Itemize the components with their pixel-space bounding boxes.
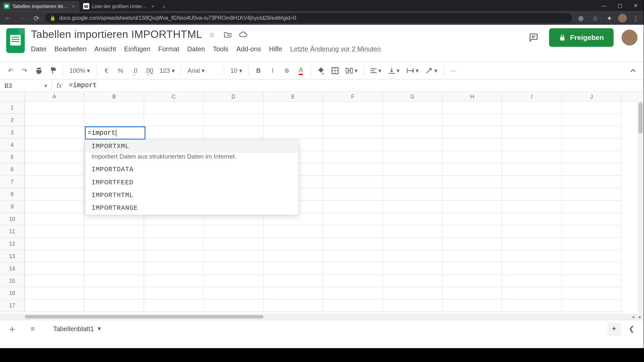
cell[interactable] [204, 250, 264, 262]
cell[interactable] [442, 213, 502, 225]
autocomplete-item[interactable]: IMPORTFEED [85, 176, 298, 189]
cell[interactable] [383, 262, 442, 275]
cell[interactable] [25, 300, 85, 312]
share-button[interactable]: Freigeben [549, 28, 613, 47]
cell[interactable] [502, 238, 562, 250]
bold-button[interactable]: B [252, 64, 265, 77]
cell[interactable] [323, 102, 383, 114]
horizontal-scrollbar[interactable]: ◄► [0, 314, 644, 320]
cell[interactable] [383, 275, 442, 287]
cell[interactable] [264, 287, 323, 300]
cell[interactable] [204, 225, 264, 238]
row-header[interactable]: 15 [0, 275, 25, 287]
cell[interactable] [562, 262, 622, 275]
active-cell-editor[interactable]: =import [85, 126, 146, 140]
sheets-logo-icon[interactable] [6, 28, 24, 53]
cloud-status-icon[interactable] [239, 30, 248, 39]
cell[interactable] [442, 287, 502, 300]
cell[interactable] [442, 126, 502, 139]
cell[interactable] [442, 151, 502, 164]
valign-button[interactable]: ▾ [386, 67, 402, 74]
close-icon[interactable]: × [150, 4, 156, 9]
currency-button[interactable]: € [100, 64, 113, 77]
cell[interactable] [502, 225, 562, 238]
zoom-select[interactable]: 100%▾ [67, 67, 93, 74]
bookmark-icon[interactable]: ☆ [590, 13, 600, 23]
cell[interactable] [562, 250, 622, 262]
cell[interactable] [25, 238, 85, 250]
column-header[interactable]: E [264, 92, 323, 101]
cell[interactable] [144, 275, 204, 287]
cell[interactable] [502, 275, 562, 287]
cell[interactable] [562, 139, 622, 151]
row-header[interactable]: 14 [0, 262, 25, 275]
cell[interactable] [144, 102, 204, 114]
menu-insert[interactable]: Einfügen [124, 45, 150, 52]
cell[interactable] [85, 287, 144, 300]
cell[interactable] [562, 114, 622, 126]
vertical-scrollbar[interactable] [638, 102, 644, 314]
cell[interactable] [323, 188, 383, 200]
cell[interactable] [442, 102, 502, 114]
cell[interactable] [85, 250, 144, 262]
sheet-tab[interactable]: Tabellenblatt1 ▾ [47, 322, 107, 336]
cell[interactable] [25, 188, 85, 200]
cell[interactable] [323, 139, 383, 151]
cell[interactable] [25, 200, 85, 213]
minimize-icon[interactable]: — [596, 0, 612, 11]
row-header[interactable]: 16 [0, 287, 25, 300]
cell[interactable] [383, 114, 442, 126]
row-header[interactable]: 7 [0, 176, 25, 188]
column-header[interactable]: H [442, 92, 502, 101]
cell[interactable] [204, 114, 264, 126]
menu-help[interactable]: Hilfe [269, 45, 282, 52]
cell[interactable] [323, 275, 383, 287]
cell[interactable] [25, 275, 85, 287]
cell[interactable] [383, 238, 442, 250]
cell[interactable] [85, 225, 144, 238]
name-box[interactable]: B3 ▾ [0, 79, 52, 92]
row-header[interactable]: 2 [0, 114, 25, 126]
row-header[interactable]: 1 [0, 102, 25, 114]
cell[interactable] [204, 287, 264, 300]
cell[interactable] [442, 275, 502, 287]
row-header[interactable]: 17 [0, 300, 25, 312]
wrap-button[interactable]: ▾ [404, 67, 421, 74]
cell[interactable] [144, 126, 204, 139]
cell[interactable] [144, 225, 204, 238]
percent-button[interactable]: % [114, 64, 127, 77]
close-icon[interactable]: × [71, 4, 76, 9]
row-header[interactable]: 8 [0, 188, 25, 200]
cell[interactable] [25, 250, 85, 262]
cell[interactable] [442, 139, 502, 151]
cell[interactable] [323, 300, 383, 312]
cell[interactable] [264, 225, 323, 238]
cell[interactable] [323, 200, 383, 213]
autocomplete-item[interactable]: IMPORTHTML [85, 189, 298, 202]
cell[interactable] [383, 164, 442, 176]
cell[interactable] [562, 102, 622, 114]
cell[interactable] [323, 176, 383, 188]
cell[interactable] [25, 151, 85, 164]
cell[interactable] [85, 262, 144, 275]
column-header[interactable]: D [204, 92, 264, 101]
cell[interactable] [264, 238, 323, 250]
cell[interactable] [502, 250, 562, 262]
menu-edit[interactable]: Bearbeiten [54, 45, 87, 52]
star-icon[interactable]: ☆ [207, 30, 216, 39]
spreadsheet-grid[interactable]: A B C D E F G H I J 12345678910111213141… [0, 92, 644, 314]
cell[interactable] [144, 238, 204, 250]
cell[interactable] [25, 262, 85, 275]
autocomplete-item[interactable]: IMPORTDATA [85, 164, 298, 176]
close-window-icon[interactable]: ✕ [628, 0, 644, 11]
all-sheets-button[interactable]: ≡ [26, 323, 39, 335]
extensions-icon[interactable]: ✦ [604, 13, 614, 23]
merge-button[interactable]: ▾ [343, 67, 360, 74]
zoom-icon[interactable]: ⊕ [576, 13, 586, 23]
cell[interactable] [502, 102, 562, 114]
strike-button[interactable]: S [281, 64, 293, 77]
cell[interactable] [383, 126, 442, 139]
italic-button[interactable]: I [266, 64, 279, 77]
row-header[interactable]: 5 [0, 151, 25, 164]
font-select[interactable]: Arial▾ [185, 67, 220, 74]
